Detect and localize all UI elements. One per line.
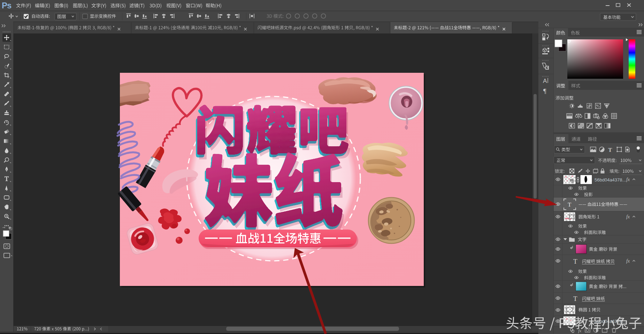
svg-text:¶: ¶ (543, 87, 546, 95)
svg-text:T: T (608, 147, 612, 153)
svg-text:fx: fx (626, 258, 630, 264)
svg-text:A: A (543, 78, 547, 84)
svg-text:56bd04a4378...: 56bd04a4378... (595, 177, 626, 182)
svg-text:T: T (573, 258, 577, 265)
svg-text:fx: fx (626, 214, 630, 219)
svg-text:Ps: Ps (2, 1, 12, 10)
svg-text:T: T (568, 201, 572, 208)
svg-text:fx: fx (626, 177, 630, 182)
svg-text:T: T (573, 295, 577, 302)
